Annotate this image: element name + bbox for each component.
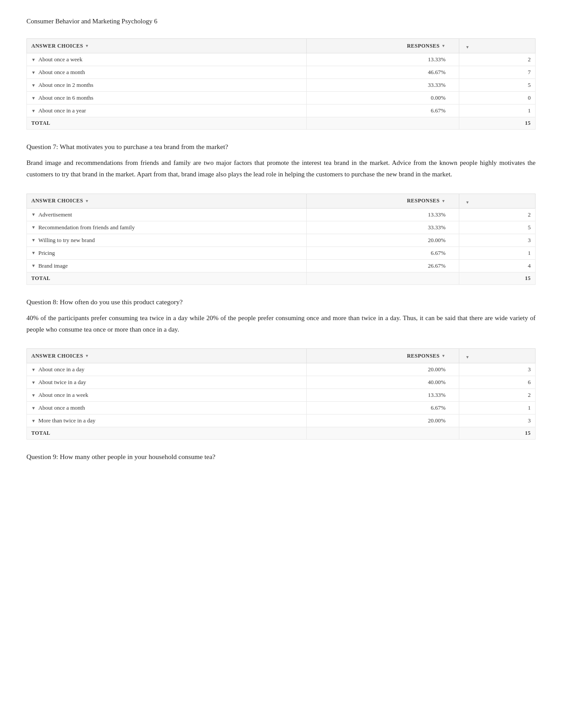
count-sort-icon[interactable]: ▼ bbox=[465, 45, 469, 49]
answer-choice-text: About once a month bbox=[38, 69, 85, 76]
table-row: ▼About once in a year6.67%1 bbox=[27, 105, 536, 117]
page-title: Consumer Behavior and Marketing Psycholo… bbox=[26, 18, 536, 25]
response-percentage-cell: 33.33% bbox=[306, 221, 459, 234]
answer-choice-cell: ▼Pricing bbox=[27, 246, 307, 259]
response-count-cell: 1 bbox=[459, 246, 535, 259]
answer-choice-cell: ▼About once a week bbox=[27, 53, 307, 66]
response-count-cell: 3 bbox=[459, 234, 535, 246]
table2-total-row: TOTAL 15 bbox=[27, 272, 536, 284]
answer-choice-cell: ▼Recommendation from friends and family bbox=[27, 221, 307, 234]
response-percentage-cell: 6.67% bbox=[306, 105, 459, 117]
question-7-body: Brand image and recommendations from fri… bbox=[26, 157, 536, 180]
table2-total-percentage bbox=[306, 272, 459, 284]
response-count-cell: 6 bbox=[459, 376, 535, 389]
table-row: ▼About once a week13.33%2 bbox=[27, 53, 536, 66]
table-row: ▼Pricing6.67%1 bbox=[27, 246, 536, 259]
table2-header-count: ▼ bbox=[459, 194, 535, 208]
answer-choice-text: About once in a week bbox=[38, 392, 88, 399]
table-row: ▼About once a month6.67%1 bbox=[27, 402, 536, 414]
table-row: ▼About once in a week13.33%2 bbox=[27, 389, 536, 402]
row-arrow-icon: ▼ bbox=[31, 238, 36, 243]
table-row: ▼About once a month46.67%7 bbox=[27, 66, 536, 79]
response-percentage-cell: 20.00% bbox=[306, 414, 459, 427]
table2-header-answer: ANSWER CHOICES ▼ bbox=[27, 194, 307, 208]
table3-header-responses: RESPONSES ▼ bbox=[306, 349, 459, 363]
answer-choice-text: About once in 6 months bbox=[38, 94, 93, 101]
answer-choice-cell: ▼Brand image bbox=[27, 259, 307, 272]
response-count-cell: 5 bbox=[459, 79, 535, 92]
answer-choice-cell: ▼About once in 6 months bbox=[27, 92, 307, 105]
table2-answer-sort-icon[interactable]: ▼ bbox=[85, 199, 89, 203]
answer-choice-cell: ▼Willing to try new brand bbox=[27, 234, 307, 246]
answer-choice-text: More than twice in a day bbox=[38, 417, 96, 424]
row-arrow-icon: ▼ bbox=[31, 57, 36, 62]
row-arrow-icon: ▼ bbox=[31, 393, 36, 398]
question-9-heading: Question 9: How many other people in you… bbox=[26, 453, 536, 461]
answer-choices-sort-icon[interactable]: ▼ bbox=[85, 44, 89, 48]
table3-answer-sort-icon[interactable]: ▼ bbox=[85, 354, 89, 358]
response-count-cell: 3 bbox=[459, 363, 535, 376]
row-arrow-icon: ▼ bbox=[31, 83, 36, 88]
table3-header-count: ▼ bbox=[459, 349, 535, 363]
table3-responses-sort-icon[interactable]: ▼ bbox=[442, 354, 446, 358]
table-row: ▼More than twice in a day20.00%3 bbox=[27, 414, 536, 427]
table2-header-responses: RESPONSES ▼ bbox=[306, 194, 459, 208]
response-count-cell: 1 bbox=[459, 402, 535, 414]
table1-header-count: ▼ bbox=[459, 39, 535, 53]
table-row: ▼Willing to try new brand20.00%3 bbox=[27, 234, 536, 246]
table-row: ▼Advertisement13.33%2 bbox=[27, 208, 536, 221]
row-arrow-icon: ▼ bbox=[31, 250, 36, 255]
answer-choice-text: About once in 2 months bbox=[38, 82, 93, 89]
row-arrow-icon: ▼ bbox=[31, 380, 36, 385]
answer-choice-text: Recommendation from friends and family bbox=[38, 224, 135, 231]
table3-total-count: 15 bbox=[459, 427, 535, 440]
answer-choice-text: About once a week bbox=[38, 56, 82, 63]
responses-sort-icon[interactable]: ▼ bbox=[442, 44, 446, 48]
table3-total-percentage bbox=[306, 427, 459, 440]
answer-choice-cell: ▼About once in a day bbox=[27, 363, 307, 376]
table1-total-row: TOTAL 15 bbox=[27, 117, 536, 130]
response-count-cell: 0 bbox=[459, 92, 535, 105]
table3-total-row: TOTAL 15 bbox=[27, 427, 536, 440]
survey-table-3: ANSWER CHOICES ▼ RESPONSES ▼ ▼ ▼About on… bbox=[26, 348, 536, 440]
row-arrow-icon: ▼ bbox=[31, 406, 36, 411]
response-count-cell: 2 bbox=[459, 208, 535, 221]
response-count-cell: 7 bbox=[459, 66, 535, 79]
answer-choice-text: About twice in a day bbox=[38, 379, 86, 386]
row-arrow-icon: ▼ bbox=[31, 108, 36, 113]
table3-count-sort-icon[interactable]: ▼ bbox=[465, 355, 469, 359]
question-8-heading: Question 8: How often do you use this pr… bbox=[26, 298, 536, 306]
answer-choice-cell: ▼More than twice in a day bbox=[27, 414, 307, 427]
response-count-cell: 2 bbox=[459, 53, 535, 66]
row-arrow-icon: ▼ bbox=[31, 212, 36, 217]
table-row: ▼About once in 6 months0.00%0 bbox=[27, 92, 536, 105]
row-arrow-icon: ▼ bbox=[31, 70, 36, 75]
answer-choice-text: Pricing bbox=[38, 250, 55, 257]
response-percentage-cell: 40.00% bbox=[306, 376, 459, 389]
table3-total-label: TOTAL bbox=[27, 427, 307, 440]
table1-header-answer: ANSWER CHOICES ▼ bbox=[27, 39, 307, 53]
response-percentage-cell: 20.00% bbox=[306, 234, 459, 246]
table2-responses-sort-icon[interactable]: ▼ bbox=[442, 199, 446, 203]
table-row: ▼Recommendation from friends and family3… bbox=[27, 221, 536, 234]
answer-choice-cell: ▼About once in a year bbox=[27, 105, 307, 117]
response-count-cell: 5 bbox=[459, 221, 535, 234]
table1-total-percentage bbox=[306, 117, 459, 130]
answer-choice-cell: ▼About once in 2 months bbox=[27, 79, 307, 92]
answer-choice-text: Advertisement bbox=[38, 211, 72, 218]
response-percentage-cell: 46.67% bbox=[306, 66, 459, 79]
table1-total-label: TOTAL bbox=[27, 117, 307, 130]
row-arrow-icon: ▼ bbox=[31, 263, 36, 268]
table-row: ▼About once in a day20.00%3 bbox=[27, 363, 536, 376]
response-count-cell: 1 bbox=[459, 105, 535, 117]
answer-choice-cell: ▼Advertisement bbox=[27, 208, 307, 221]
table2-total-label: TOTAL bbox=[27, 272, 307, 284]
response-percentage-cell: 20.00% bbox=[306, 363, 459, 376]
response-percentage-cell: 13.33% bbox=[306, 389, 459, 402]
response-percentage-cell: 13.33% bbox=[306, 53, 459, 66]
response-count-cell: 2 bbox=[459, 389, 535, 402]
row-arrow-icon: ▼ bbox=[31, 96, 36, 101]
response-percentage-cell: 0.00% bbox=[306, 92, 459, 105]
row-arrow-icon: ▼ bbox=[31, 225, 36, 230]
table2-count-sort-icon[interactable]: ▼ bbox=[465, 200, 469, 205]
